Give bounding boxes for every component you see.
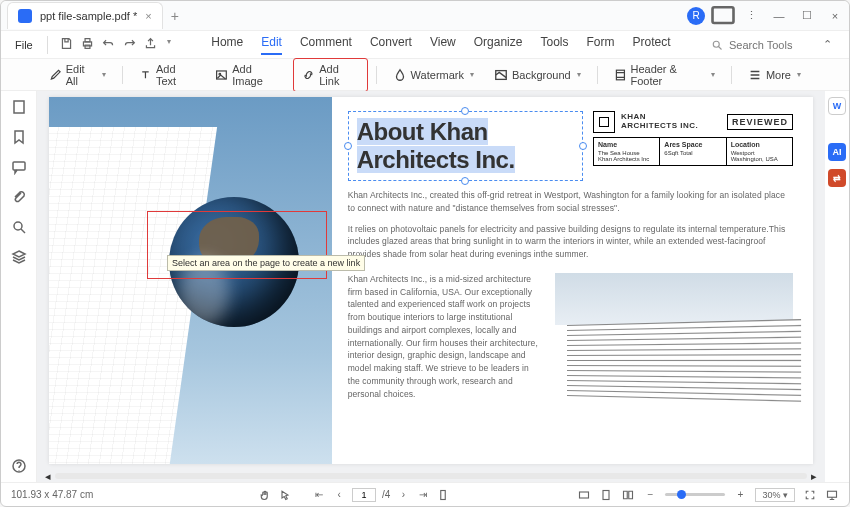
resize-handle-bottom[interactable]: [461, 177, 469, 185]
search-panel-icon[interactable]: [11, 219, 27, 235]
hand-tool-icon[interactable]: [258, 488, 272, 502]
header-footer-icon: [614, 68, 627, 82]
word-export-icon[interactable]: W: [828, 97, 846, 115]
zoom-slider[interactable]: [665, 493, 725, 496]
svg-rect-0: [713, 7, 734, 23]
kebab-menu-icon[interactable]: ⋮: [737, 5, 765, 27]
resize-handle-right[interactable]: [579, 142, 587, 150]
page-total: /4: [382, 489, 390, 500]
svg-rect-3: [85, 45, 90, 48]
watermark-icon: [393, 68, 407, 82]
ai-assistant-icon[interactable]: AI: [828, 143, 846, 161]
zoom-thumb[interactable]: [677, 490, 686, 499]
new-tab-button[interactable]: +: [171, 8, 179, 24]
watermark-button[interactable]: Watermark▾: [385, 64, 482, 86]
search-input[interactable]: [729, 39, 809, 51]
svg-rect-13: [441, 490, 446, 499]
menu-tools[interactable]: Tools: [540, 35, 568, 55]
more-button[interactable]: More▾: [740, 64, 809, 86]
document-tab[interactable]: ppt file-sample.pdf * ×: [7, 2, 163, 29]
close-tab-icon[interactable]: ×: [145, 10, 151, 22]
menu-home[interactable]: Home: [211, 35, 243, 55]
document-canvas[interactable]: About KhanArchitects Inc. KHANARCHITECTS…: [37, 91, 825, 470]
zoom-value[interactable]: 30% ▾: [755, 488, 795, 502]
header-footer-button[interactable]: Header & Footer▾: [606, 59, 723, 91]
fit-width-icon[interactable]: [577, 488, 591, 502]
project-info-table: NameThe Sea House Khan Architects Inc Ar…: [593, 137, 793, 166]
read-mode-icon[interactable]: [621, 488, 635, 502]
title-selection-box[interactable]: About KhanArchitects Inc.: [348, 111, 583, 181]
app-icon: [18, 9, 32, 23]
add-text-button[interactable]: Add Text: [131, 59, 203, 91]
resize-handle-left[interactable]: [344, 142, 352, 150]
menu-protect[interactable]: Protect: [632, 35, 670, 55]
close-button[interactable]: ×: [821, 5, 849, 27]
file-menu[interactable]: File: [9, 35, 39, 55]
first-page-icon[interactable]: ⇤: [312, 488, 326, 502]
svg-point-11: [14, 222, 22, 230]
fit-page-icon[interactable]: [599, 488, 613, 502]
resize-handle-top[interactable]: [461, 107, 469, 115]
more-icon: [748, 68, 762, 82]
next-page-icon[interactable]: ›: [396, 488, 410, 502]
svg-rect-9: [14, 101, 24, 113]
add-image-button[interactable]: Add Image: [207, 59, 289, 91]
scroll-mode-icon[interactable]: [436, 488, 450, 502]
text-icon: [139, 68, 152, 82]
menu-form[interactable]: Form: [586, 35, 614, 55]
horizontal-scrollbar[interactable]: ◂▸: [37, 470, 825, 482]
prev-page-icon[interactable]: ‹: [332, 488, 346, 502]
save-icon[interactable]: [60, 37, 73, 52]
svg-rect-14: [580, 492, 589, 498]
paragraph-1: Khan Architects Inc., created this off-g…: [348, 189, 793, 215]
chat-icon[interactable]: [709, 5, 737, 27]
left-sidebar: [1, 91, 37, 482]
menu-organize[interactable]: Organize: [474, 35, 523, 55]
select-tool-icon[interactable]: [278, 488, 292, 502]
share-icon[interactable]: [144, 37, 157, 52]
search-tools[interactable]: [711, 39, 809, 51]
bookmarks-icon[interactable]: [11, 129, 27, 145]
help-icon[interactable]: [11, 458, 27, 474]
menu-comment[interactable]: Comment: [300, 35, 352, 55]
building-photo: [555, 273, 793, 403]
convert-icon[interactable]: ⇄: [828, 169, 846, 187]
zoom-out-icon[interactable]: −: [643, 488, 657, 502]
menu-edit[interactable]: Edit: [261, 35, 282, 55]
right-sidebar: W AI ⇄: [825, 91, 849, 482]
presentation-icon[interactable]: [825, 488, 839, 502]
svg-rect-10: [13, 162, 25, 170]
print-icon[interactable]: [81, 37, 94, 52]
menubar: File ▾ Home Edit Comment Convert View Or…: [1, 31, 849, 59]
add-link-button[interactable]: Add Link: [293, 58, 367, 92]
minimize-button[interactable]: —: [765, 5, 793, 27]
tab-title: ppt file-sample.pdf *: [40, 10, 137, 22]
comments-icon[interactable]: [11, 159, 27, 175]
maximize-button[interactable]: ☐: [793, 5, 821, 27]
layers-icon[interactable]: [11, 249, 27, 265]
undo-icon[interactable]: [102, 37, 115, 52]
last-page-icon[interactable]: ⇥: [416, 488, 430, 502]
page-input[interactable]: [352, 488, 376, 502]
attachments-icon[interactable]: [11, 189, 27, 205]
status-bar: 101.93 x 47.87 cm ⇤ ‹ /4 › ⇥ − + 30% ▾: [1, 482, 849, 506]
logo-mark-icon: [593, 111, 615, 133]
link-hint-tooltip: Select an area on the page to create a n…: [167, 255, 365, 271]
menu-view[interactable]: View: [430, 35, 456, 55]
main-menu: Home Edit Comment Convert View Organize …: [175, 35, 707, 55]
user-avatar[interactable]: R: [687, 7, 705, 25]
menu-convert[interactable]: Convert: [370, 35, 412, 55]
zoom-in-icon[interactable]: +: [733, 488, 747, 502]
toolbar-expand-icon[interactable]: ⌃: [813, 34, 841, 56]
thumbnails-icon[interactable]: [11, 99, 27, 115]
link-icon: [302, 68, 315, 82]
qa-more-icon[interactable]: ▾: [167, 37, 171, 52]
redo-icon[interactable]: [123, 37, 136, 52]
fullscreen-icon[interactable]: [803, 488, 817, 502]
background-button[interactable]: Background▾: [486, 64, 589, 86]
company-logo: KHANARCHITECTS INC. REVIEWED: [593, 111, 793, 133]
search-icon: [711, 39, 723, 51]
pencil-icon: [49, 68, 62, 82]
svg-rect-7: [496, 70, 507, 79]
edit-all-button[interactable]: Edit All▾: [41, 59, 114, 91]
